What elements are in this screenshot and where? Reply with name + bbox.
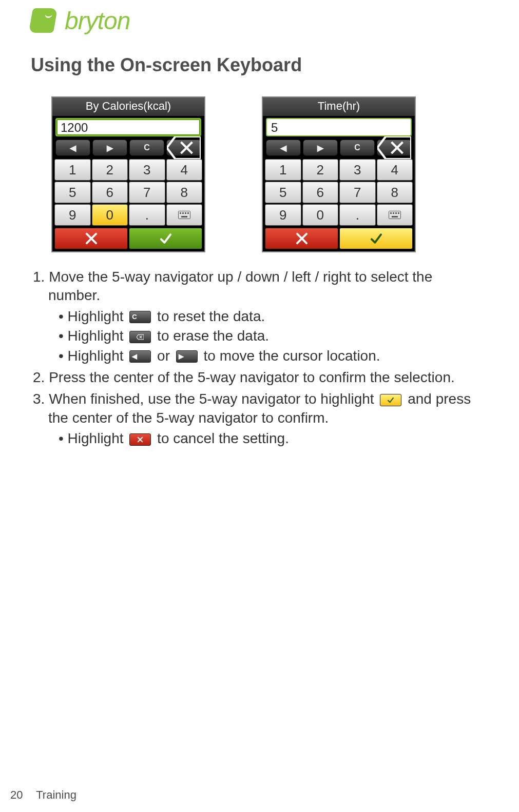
- key-1[interactable]: 1: [54, 159, 91, 181]
- key-2[interactable]: 2: [92, 159, 128, 181]
- clear-inline-icon: C: [129, 311, 151, 323]
- key-7[interactable]: 7: [129, 182, 165, 203]
- backspace-icon: [167, 136, 201, 159]
- backspace-inline-icon: [129, 331, 151, 343]
- key-1[interactable]: 1: [265, 159, 301, 181]
- value-input[interactable]: 1200: [55, 118, 201, 136]
- key-6[interactable]: 6: [302, 182, 339, 203]
- key-dot[interactable]: .: [129, 204, 165, 226]
- backspace-button[interactable]: [377, 140, 412, 156]
- backspace-button[interactable]: [166, 140, 201, 156]
- bullet-icon: •: [59, 308, 64, 324]
- key-5[interactable]: 5: [265, 182, 301, 203]
- key-9[interactable]: 9: [265, 204, 301, 226]
- check-icon: [159, 232, 172, 245]
- step-number: 1.: [33, 269, 45, 285]
- cursor-toolbar: ◀ ▶ C: [263, 137, 415, 158]
- svg-rect-4: [187, 212, 189, 214]
- instruction-content: 1. Move the 5-way navigator up / down / …: [31, 268, 488, 448]
- svg-rect-6: [389, 211, 400, 219]
- left-inline-icon: ◀: [129, 350, 151, 363]
- step-1c: • Highlight ◀ or ▶ to move the cursor lo…: [56, 347, 488, 365]
- step-1b: • Highlight to erase the data.: [56, 327, 488, 345]
- key-7[interactable]: 7: [339, 182, 376, 203]
- svg-rect-3: [185, 212, 186, 214]
- cancel-button[interactable]: [265, 228, 338, 249]
- cursor-right-button[interactable]: ▶: [303, 140, 338, 156]
- cancel-button[interactable]: [54, 228, 128, 249]
- svg-rect-10: [398, 212, 399, 214]
- right-inline-icon: ▶: [176, 350, 198, 363]
- keypad-grid: 1 2 3 4 5 6 7 8 9 0 .: [52, 158, 204, 228]
- cursor-right-button[interactable]: ▶: [92, 140, 127, 156]
- action-bar: [52, 228, 204, 251]
- key-keyboard[interactable]: [166, 204, 203, 226]
- key-0[interactable]: 0: [302, 204, 339, 226]
- step-number: 3.: [33, 391, 45, 407]
- check-icon: [370, 232, 383, 245]
- confirm-button[interactable]: [129, 228, 202, 249]
- keypad-grid: 1 2 3 4 5 6 7 8 9 0 .: [263, 158, 415, 228]
- svg-rect-5: [181, 216, 187, 217]
- x-icon: [295, 232, 309, 245]
- svg-rect-8: [393, 212, 394, 214]
- backspace-icon: [377, 136, 411, 159]
- step-text: Press the center of the 5-way navigator …: [49, 369, 455, 385]
- cursor-left-button[interactable]: ◀: [266, 140, 301, 156]
- brand-header: bryton: [31, 0, 488, 36]
- key-8[interactable]: 8: [166, 182, 203, 203]
- bullet-icon: •: [59, 348, 64, 364]
- page-number: 20: [10, 788, 23, 801]
- step-1a: • Highlight C to reset the data.: [56, 307, 488, 326]
- step-text: Move the 5-way navigator up / down / lef…: [48, 269, 432, 303]
- clear-button[interactable]: C: [340, 140, 375, 156]
- key-4[interactable]: 4: [166, 159, 203, 181]
- key-6[interactable]: 6: [92, 182, 128, 203]
- action-bar: [263, 228, 415, 251]
- key-4[interactable]: 4: [377, 159, 413, 181]
- svg-rect-9: [395, 212, 397, 214]
- check-icon: [387, 397, 394, 404]
- device-title: By Calories(kcal): [52, 97, 204, 116]
- key-8[interactable]: 8: [377, 182, 413, 203]
- keyboard-icon: [178, 210, 190, 220]
- clear-icon: C: [354, 143, 360, 152]
- device-title: Time(hr): [263, 97, 415, 116]
- section-name: Training: [36, 788, 76, 801]
- value-input[interactable]: 5: [266, 118, 412, 136]
- x-icon: [137, 436, 144, 443]
- cursor-left-button[interactable]: ◀: [55, 140, 90, 156]
- confirm-inline-icon: [380, 394, 401, 406]
- clear-icon: C: [144, 143, 150, 152]
- triangle-right-icon: ▶: [107, 143, 113, 153]
- step-2: 2. Press the center of the 5-way navigat…: [31, 368, 488, 387]
- device-time: Time(hr) 5 ◀ ▶ C 1 2 3 4 5 6 7 8 9 0 .: [262, 96, 416, 252]
- device-screens: By Calories(kcal) 1200 ◀ ▶ C 1 2 3 4 5 6…: [51, 96, 488, 252]
- x-icon: [85, 232, 98, 245]
- step-3: 3. When finished, use the 5-way navigato…: [31, 390, 488, 427]
- page-title: Using the On-screen Keyboard: [31, 54, 488, 76]
- key-3[interactable]: 3: [339, 159, 376, 181]
- key-dot[interactable]: .: [339, 204, 376, 226]
- cancel-inline-icon: [129, 433, 151, 446]
- key-2[interactable]: 2: [302, 159, 339, 181]
- triangle-right-icon: ▶: [317, 143, 323, 153]
- key-0[interactable]: 0: [92, 204, 128, 226]
- svg-rect-2: [182, 212, 184, 214]
- page-footer: 20 Training: [10, 788, 76, 802]
- svg-rect-1: [180, 212, 181, 214]
- key-9[interactable]: 9: [54, 204, 91, 226]
- clear-button[interactable]: C: [129, 140, 164, 156]
- bullet-icon: •: [59, 430, 64, 446]
- key-5[interactable]: 5: [54, 182, 91, 203]
- step-3a: • Highlight to cancel the setting.: [56, 429, 488, 448]
- keyboard-icon: [389, 210, 401, 220]
- confirm-button[interactable]: [339, 228, 413, 249]
- device-calories: By Calories(kcal) 1200 ◀ ▶ C 1 2 3 4 5 6…: [51, 96, 205, 252]
- key-keyboard[interactable]: [377, 204, 413, 226]
- key-3[interactable]: 3: [129, 159, 165, 181]
- bullet-icon: •: [59, 328, 64, 344]
- brand-mark-icon: [29, 8, 57, 33]
- backspace-icon: [137, 333, 144, 341]
- svg-rect-0: [178, 211, 190, 219]
